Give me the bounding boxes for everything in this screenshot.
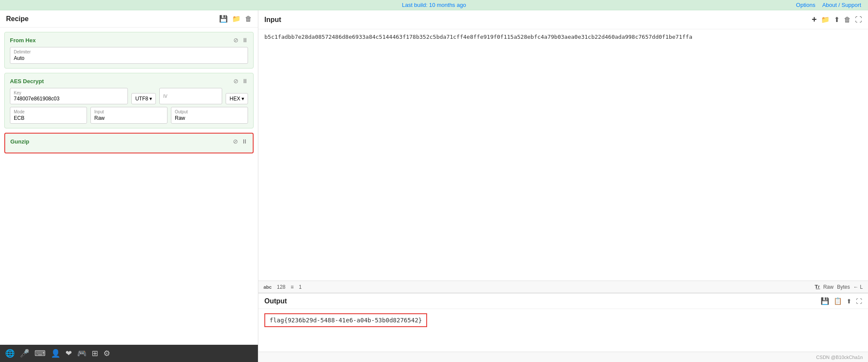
op-from-hex-name: From Hex bbox=[10, 37, 36, 44]
recipe-delete-icon[interactable]: 🗑 bbox=[245, 15, 252, 23]
iv-type-chevron: ▾ bbox=[242, 96, 244, 102]
input-section: Input + 📁 ⬆ 🗑 ⛶ b5c1fadbb7e28da08572486d… bbox=[258, 10, 868, 293]
input-text: b5c1fadbb7e28da08572486d8e6933a84c514446… bbox=[264, 34, 692, 40]
input-delete-icon[interactable]: 🗑 bbox=[844, 16, 851, 24]
output-encoding-field: Output bbox=[171, 107, 248, 124]
output-fullscreen-icon[interactable]: ⛶ bbox=[856, 298, 862, 305]
footer-credit: CSDN @B10ckCha1n bbox=[816, 355, 863, 360]
input-title: Input bbox=[264, 16, 281, 24]
system-icon-user[interactable]: 👤 bbox=[51, 349, 60, 358]
iv-type-selector[interactable]: HEX ▾ bbox=[226, 93, 248, 104]
key-input[interactable] bbox=[14, 96, 102, 102]
output-encoding-input[interactable] bbox=[175, 115, 244, 121]
system-bar: 🌐 🎤 ⌨ 👤 ❤ 🎮 ⊞ ⚙ bbox=[0, 345, 258, 362]
op-aes-disable[interactable]: ⊘ bbox=[233, 78, 239, 84]
iv-label: IV bbox=[163, 94, 167, 99]
key-type-selector[interactable]: UTF8 ▾ bbox=[131, 93, 156, 104]
line-count: 1 bbox=[299, 284, 302, 290]
op-aes-decrypt: AES Decrypt ⊘ ⏸ Key UTF8 ▾ bbox=[4, 73, 254, 128]
op-from-hex-header: From Hex ⊘ ⏸ bbox=[10, 37, 248, 44]
flag-output-box: flag{9236b29d-5488-41e6-a04b-53b0d827654… bbox=[264, 313, 427, 327]
recipe-folder-icon[interactable]: 📁 bbox=[232, 15, 241, 23]
op-gunzip-header: Gunzip ⊘ ⏸ bbox=[10, 138, 248, 145]
lines-icon: ≡ bbox=[291, 284, 294, 290]
flag-text: flag{9236b29d-5488-41e6-a04b-53b0d827654… bbox=[270, 317, 422, 324]
delimiter-field: Delimiter bbox=[10, 47, 248, 64]
op-from-hex: From Hex ⊘ ⏸ Delimiter bbox=[4, 32, 254, 69]
output-save-icon[interactable]: 💾 bbox=[821, 297, 829, 305]
mode-label: Mode bbox=[14, 109, 83, 114]
op-gunzip-controls: ⊘ ⏸ bbox=[233, 138, 248, 145]
iv-type-value: HEX bbox=[229, 96, 240, 102]
output-encoding-label: Output bbox=[175, 109, 244, 114]
raw-label[interactable]: Raw bbox=[823, 284, 834, 290]
op-aes-header: AES Decrypt ⊘ ⏸ bbox=[10, 78, 248, 84]
system-icon-keyboard[interactable]: ⌨ bbox=[34, 349, 46, 358]
op-aes-pause[interactable]: ⏸ bbox=[242, 78, 248, 84]
key-type-chevron: ▾ bbox=[149, 96, 152, 102]
abc-label: abc bbox=[264, 284, 272, 290]
bytes-label[interactable]: Bytes bbox=[837, 284, 850, 290]
recipe-header: Recipe 💾 📁 🗑 bbox=[0, 10, 258, 28]
op-gunzip-name: Gunzip bbox=[10, 138, 29, 145]
op-aes-name: AES Decrypt bbox=[10, 78, 44, 84]
main-layout: Recipe 💾 📁 🗑 From Hex ⊘ ⏸ bbox=[0, 10, 868, 362]
output-header: Output 💾 📋 ⬆ ⛶ bbox=[258, 293, 868, 309]
iv-field: IV bbox=[159, 88, 222, 104]
op-from-hex-controls: ⊘ ⏸ bbox=[233, 37, 248, 44]
options-link[interactable]: Options bbox=[796, 2, 815, 8]
recipe-save-icon[interactable]: 💾 bbox=[219, 15, 228, 23]
newline-label[interactable]: ← L bbox=[853, 284, 863, 290]
output-footer: CSDN @B10ckCha1n bbox=[258, 352, 868, 362]
input-folder-icon[interactable]: 📁 bbox=[821, 16, 830, 24]
input-status-bar: abc 128 ≡ 1 T͟r Raw Bytes ← L bbox=[258, 281, 868, 293]
op-gunzip-disable[interactable]: ⊘ bbox=[233, 138, 238, 145]
system-icon-mic[interactable]: 🎤 bbox=[20, 349, 29, 358]
op-gunzip-pause[interactable]: ⏸ bbox=[242, 138, 248, 145]
output-expand-icon[interactable]: ⬆ bbox=[846, 298, 852, 305]
key-type-value: UTF8 bbox=[135, 96, 148, 102]
input-content[interactable]: b5c1fadbb7e28da08572486d8e6933a84c514446… bbox=[258, 29, 868, 281]
input-add-icon[interactable]: + bbox=[812, 15, 817, 25]
operations-area: From Hex ⊘ ⏸ Delimiter AES Decrypt bbox=[0, 28, 258, 345]
right-panel: Input + 📁 ⬆ 🗑 ⛶ b5c1fadbb7e28da08572486d… bbox=[258, 10, 868, 362]
top-bar: Last build: 10 months ago Options About … bbox=[0, 0, 868, 10]
system-icon-settings[interactable]: ⚙ bbox=[103, 349, 110, 358]
output-content: flag{9236b29d-5488-41e6-a04b-53b0d827654… bbox=[258, 309, 868, 352]
key-row: Key UTF8 ▾ IV HEX ▾ bbox=[10, 88, 248, 104]
format-icon: T͟r bbox=[815, 284, 820, 290]
output-copy-icon[interactable]: 📋 bbox=[834, 297, 842, 305]
char-count: 128 bbox=[277, 284, 285, 290]
op-aes-fields: Key UTF8 ▾ IV HEX ▾ bbox=[10, 88, 248, 124]
op-from-hex-disable[interactable]: ⊘ bbox=[233, 37, 239, 44]
output-toolbar: 💾 📋 ⬆ ⛶ bbox=[821, 297, 862, 305]
system-icon-game[interactable]: 🎮 bbox=[77, 349, 87, 358]
build-status: Last build: 10 months ago bbox=[402, 2, 466, 8]
delimiter-input[interactable] bbox=[14, 55, 244, 61]
op-gunzip: Gunzip ⊘ ⏸ bbox=[4, 133, 254, 153]
status-left: abc 128 ≡ 1 bbox=[264, 284, 302, 290]
system-icon-heart[interactable]: ❤ bbox=[65, 349, 72, 358]
input-import-icon[interactable]: ⬆ bbox=[834, 16, 840, 24]
input-toolbar: + 📁 ⬆ 🗑 ⛶ bbox=[812, 15, 862, 25]
mode-input[interactable] bbox=[14, 115, 83, 121]
system-icon-globe[interactable]: 🌐 bbox=[5, 349, 15, 358]
output-title: Output bbox=[264, 297, 287, 305]
recipe-toolbar: 💾 📁 🗑 bbox=[219, 15, 252, 23]
input-header: Input + 📁 ⬆ 🗑 ⛶ bbox=[258, 10, 868, 29]
status-right: T͟r Raw Bytes ← L bbox=[815, 284, 863, 290]
input-encoding-input[interactable] bbox=[94, 115, 164, 121]
input-expand-icon[interactable]: ⛶ bbox=[855, 16, 862, 24]
key-label: Key bbox=[14, 90, 124, 95]
delimiter-label: Delimiter bbox=[14, 50, 244, 54]
system-icon-grid[interactable]: ⊞ bbox=[92, 349, 98, 358]
mode-field: Mode bbox=[10, 107, 87, 124]
about-link[interactable]: About / Support bbox=[822, 2, 861, 8]
output-section: Output 💾 📋 ⬆ ⛶ flag{9236b29d-5488-41e6-a… bbox=[258, 293, 868, 362]
left-panel: Recipe 💾 📁 🗑 From Hex ⊘ ⏸ bbox=[0, 10, 258, 362]
key-field: Key bbox=[10, 88, 128, 104]
op-aes-controls: ⊘ ⏸ bbox=[233, 78, 248, 84]
input-encoding-field: Input bbox=[90, 107, 167, 124]
op-from-hex-pause[interactable]: ⏸ bbox=[242, 37, 248, 44]
top-bar-actions: Options About / Support bbox=[796, 2, 861, 8]
